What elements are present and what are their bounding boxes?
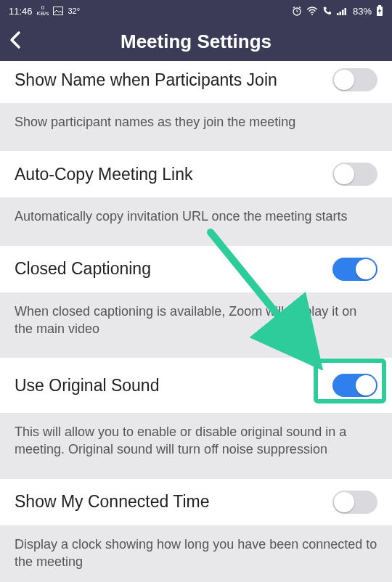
chevron-left-icon (9, 30, 22, 50)
temperature-indicator: 32° (68, 7, 80, 15)
toggle-closed-caption[interactable] (332, 258, 377, 281)
setting-title: Show Name when Participants Join (15, 70, 277, 90)
setting-auto-copy[interactable]: Auto-Copy Meeting Link (0, 151, 392, 197)
status-bar: 11:46 0 KB/s 32° 83% (0, 0, 392, 22)
toggle-auto-copy[interactable] (332, 163, 377, 186)
divider (0, 351, 392, 358)
toggle-knob (334, 164, 354, 184)
setting-closed-caption[interactable]: Closed Captioning (0, 246, 392, 292)
toggle-connected-time[interactable] (332, 491, 377, 514)
status-bar-left: 11:46 0 KB/s 32° (9, 5, 80, 17)
svg-rect-9 (342, 10, 344, 16)
setting-title: Use Original Sound (15, 376, 159, 395)
alarm-icon (292, 6, 302, 16)
toggle-show-name[interactable] (332, 68, 377, 91)
back-button[interactable] (9, 30, 22, 53)
setting-desc: Automatically copy invitation URL once t… (0, 197, 392, 238)
divider (0, 239, 392, 246)
page-title: Meeting Settings (121, 30, 271, 53)
toggle-knob (334, 70, 354, 90)
status-time: 11:46 (9, 6, 33, 17)
setting-original-sound[interactable]: Use Original Sound (0, 358, 392, 413)
setting-show-name[interactable]: Show Name when Participants Join (0, 61, 392, 103)
battery-percent: 83% (353, 6, 372, 17)
divider (0, 472, 392, 479)
svg-line-4 (293, 7, 295, 9)
toggle-knob (334, 492, 354, 512)
setting-desc: Show participant names as they join the … (0, 103, 392, 144)
signal-icon (337, 7, 348, 15)
divider (0, 144, 392, 151)
title-bar: Meeting Settings (0, 22, 392, 61)
setting-desc: This will allow you to enable or disable… (0, 413, 392, 472)
setting-title: Show My Connected Time (15, 492, 209, 512)
setting-title: Closed Captioning (15, 259, 151, 279)
wifi-icon (306, 7, 318, 15)
battery-charging-icon (376, 5, 383, 17)
svg-rect-10 (344, 8, 346, 15)
setting-title: Auto-Copy Meeting Link (15, 165, 192, 184)
toggle-original-sound[interactable] (332, 374, 377, 397)
svg-rect-7 (337, 13, 339, 15)
net-speed-indicator: 0 KB/s (37, 5, 49, 17)
setting-connected-time[interactable]: Show My Connected Time (0, 479, 392, 525)
image-icon (53, 7, 63, 15)
setting-desc: Display a clock showing how long you hav… (0, 525, 392, 582)
svg-rect-0 (54, 7, 63, 15)
toggle-knob (356, 375, 376, 395)
setting-desc: When closed captioning is available, Zoo… (0, 292, 392, 351)
svg-rect-8 (339, 12, 341, 15)
svg-point-6 (311, 14, 313, 15)
svg-rect-12 (378, 5, 381, 7)
svg-line-5 (299, 7, 301, 9)
toggle-knob (356, 259, 376, 279)
status-bar-right: 83% (292, 5, 383, 17)
volte-icon (322, 6, 332, 16)
